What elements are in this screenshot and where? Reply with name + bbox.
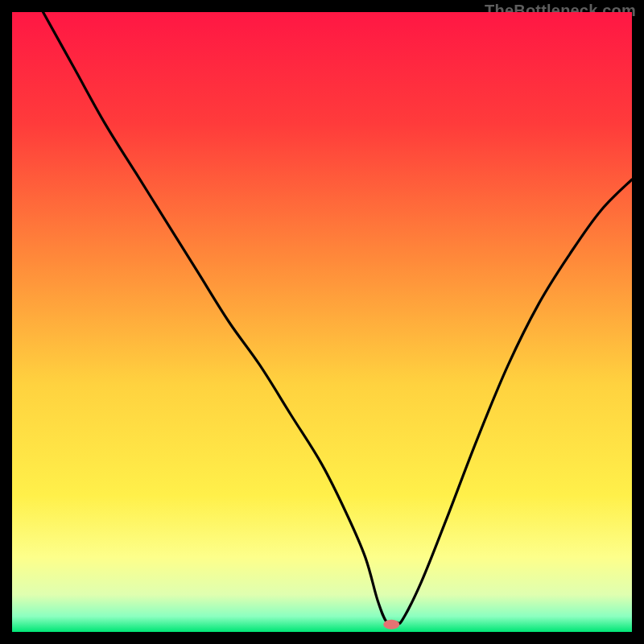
optimum-marker [383, 620, 399, 630]
bottleneck-chart [12, 12, 632, 632]
gradient-background [12, 12, 632, 632]
chart-frame: TheBottleneck.com [0, 0, 644, 644]
